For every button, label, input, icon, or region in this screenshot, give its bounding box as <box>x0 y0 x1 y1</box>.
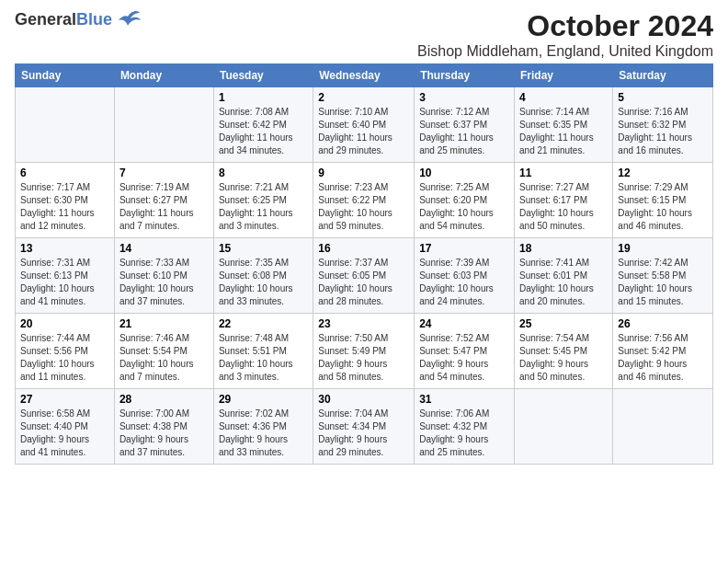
day-info: Sunrise: 7:44 AM Sunset: 5:56 PM Dayligh… <box>20 332 109 384</box>
logo-text: GeneralBlue <box>15 10 112 29</box>
day-number: 27 <box>20 393 109 406</box>
day-number: 25 <box>519 317 608 330</box>
calendar-cell: 17Sunrise: 7:39 AM Sunset: 6:03 PM Dayli… <box>415 238 515 314</box>
logo: GeneralBlue <box>15 9 142 29</box>
day-number: 10 <box>419 167 509 179</box>
day-info: Sunrise: 7:50 AM Sunset: 5:49 PM Dayligh… <box>318 332 409 384</box>
day-number: 13 <box>20 242 109 255</box>
calendar-cell: 21Sunrise: 7:46 AM Sunset: 5:54 PM Dayli… <box>114 314 213 389</box>
logo-blue: Blue <box>76 10 112 29</box>
day-info: Sunrise: 7:31 AM Sunset: 6:13 PM Dayligh… <box>20 257 109 308</box>
day-number: 23 <box>318 317 409 330</box>
day-info: Sunrise: 7:29 AM Sunset: 6:15 PM Dayligh… <box>618 181 708 233</box>
calendar-cell: 9Sunrise: 7:23 AM Sunset: 6:22 PM Daylig… <box>313 163 415 238</box>
day-header-monday: Monday <box>114 64 213 87</box>
day-number: 7 <box>119 167 209 179</box>
day-info: Sunrise: 7:02 AM Sunset: 4:36 PM Dayligh… <box>219 408 308 459</box>
month-title: October 2024 <box>417 9 713 43</box>
day-info: Sunrise: 7:21 AM Sunset: 6:25 PM Dayligh… <box>219 181 308 233</box>
page: GeneralBlue October 2024 Bishop Middleha… <box>0 0 728 474</box>
calendar-cell: 27Sunrise: 6:58 AM Sunset: 4:40 PM Dayli… <box>16 389 115 465</box>
calendar-cell: 25Sunrise: 7:54 AM Sunset: 5:45 PM Dayli… <box>515 314 613 389</box>
calendar-cell: 29Sunrise: 7:02 AM Sunset: 4:36 PM Dayli… <box>213 389 313 465</box>
day-number: 26 <box>618 317 708 330</box>
calendar-cell: 23Sunrise: 7:50 AM Sunset: 5:49 PM Dayli… <box>313 314 415 389</box>
header: GeneralBlue October 2024 Bishop Middleha… <box>15 9 713 60</box>
day-number: 3 <box>419 91 509 104</box>
day-number: 4 <box>519 91 608 104</box>
calendar-week-row: 1Sunrise: 7:08 AM Sunset: 6:42 PM Daylig… <box>16 87 713 163</box>
calendar-header-row: SundayMondayTuesdayWednesdayThursdayFrid… <box>16 64 713 87</box>
calendar-cell: 2Sunrise: 7:10 AM Sunset: 6:40 PM Daylig… <box>313 87 415 163</box>
calendar-cell: 20Sunrise: 7:44 AM Sunset: 5:56 PM Dayli… <box>16 314 115 389</box>
day-info: Sunrise: 7:54 AM Sunset: 5:45 PM Dayligh… <box>519 332 608 384</box>
day-number: 16 <box>318 242 409 255</box>
day-info: Sunrise: 7:19 AM Sunset: 6:27 PM Dayligh… <box>119 181 209 233</box>
calendar-week-row: 13Sunrise: 7:31 AM Sunset: 6:13 PM Dayli… <box>16 238 713 314</box>
calendar-cell: 26Sunrise: 7:56 AM Sunset: 5:42 PM Dayli… <box>613 314 713 389</box>
day-number: 29 <box>219 393 308 406</box>
day-header-friday: Friday <box>515 64 613 87</box>
day-info: Sunrise: 7:04 AM Sunset: 4:34 PM Dayligh… <box>318 408 409 459</box>
calendar-cell: 7Sunrise: 7:19 AM Sunset: 6:27 PM Daylig… <box>114 163 213 238</box>
calendar-cell: 22Sunrise: 7:48 AM Sunset: 5:51 PM Dayli… <box>213 314 313 389</box>
title-block: October 2024 Bishop Middleham, England, … <box>417 9 713 60</box>
day-number: 24 <box>419 317 509 330</box>
day-number: 14 <box>119 242 209 255</box>
day-number: 28 <box>119 393 209 406</box>
day-number: 21 <box>119 317 209 330</box>
day-info: Sunrise: 6:58 AM Sunset: 4:40 PM Dayligh… <box>20 408 109 459</box>
day-info: Sunrise: 7:17 AM Sunset: 6:30 PM Dayligh… <box>20 181 109 233</box>
day-info: Sunrise: 7:23 AM Sunset: 6:22 PM Dayligh… <box>318 181 409 233</box>
calendar-cell: 28Sunrise: 7:00 AM Sunset: 4:38 PM Dayli… <box>114 389 213 465</box>
calendar-cell: 24Sunrise: 7:52 AM Sunset: 5:47 PM Dayli… <box>415 314 515 389</box>
calendar-cell <box>114 87 213 163</box>
day-info: Sunrise: 7:27 AM Sunset: 6:17 PM Dayligh… <box>519 181 608 233</box>
day-number: 9 <box>318 167 409 179</box>
day-info: Sunrise: 7:06 AM Sunset: 4:32 PM Dayligh… <box>419 408 509 459</box>
day-info: Sunrise: 7:42 AM Sunset: 5:58 PM Dayligh… <box>618 257 708 308</box>
calendar-cell <box>515 389 613 465</box>
day-info: Sunrise: 7:00 AM Sunset: 4:38 PM Dayligh… <box>119 408 209 459</box>
calendar-cell: 14Sunrise: 7:33 AM Sunset: 6:10 PM Dayli… <box>114 238 213 314</box>
day-info: Sunrise: 7:33 AM Sunset: 6:10 PM Dayligh… <box>119 257 209 308</box>
day-info: Sunrise: 7:37 AM Sunset: 6:05 PM Dayligh… <box>318 257 409 308</box>
day-number: 1 <box>219 91 308 104</box>
day-number: 15 <box>219 242 308 255</box>
day-number: 6 <box>20 167 109 179</box>
day-number: 17 <box>419 242 509 255</box>
day-number: 20 <box>20 317 109 330</box>
logo-bird-icon <box>114 9 142 29</box>
day-number: 2 <box>318 91 409 104</box>
day-info: Sunrise: 7:10 AM Sunset: 6:40 PM Dayligh… <box>318 106 409 157</box>
day-number: 11 <box>519 167 608 179</box>
day-header-sunday: Sunday <box>16 64 115 87</box>
calendar-table: SundayMondayTuesdayWednesdayThursdayFrid… <box>15 63 713 465</box>
calendar-cell: 10Sunrise: 7:25 AM Sunset: 6:20 PM Dayli… <box>415 163 515 238</box>
day-header-tuesday: Tuesday <box>213 64 313 87</box>
calendar-cell <box>613 389 713 465</box>
day-info: Sunrise: 7:41 AM Sunset: 6:01 PM Dayligh… <box>519 257 608 308</box>
logo-general: General <box>15 10 76 29</box>
day-number: 22 <box>219 317 308 330</box>
day-info: Sunrise: 7:14 AM Sunset: 6:35 PM Dayligh… <box>519 106 608 157</box>
day-number: 30 <box>318 393 409 406</box>
day-info: Sunrise: 7:56 AM Sunset: 5:42 PM Dayligh… <box>618 332 708 384</box>
day-info: Sunrise: 7:16 AM Sunset: 6:32 PM Dayligh… <box>618 106 708 157</box>
day-number: 12 <box>618 167 708 179</box>
day-number: 18 <box>519 242 608 255</box>
day-info: Sunrise: 7:46 AM Sunset: 5:54 PM Dayligh… <box>119 332 209 384</box>
calendar-cell: 4Sunrise: 7:14 AM Sunset: 6:35 PM Daylig… <box>515 87 613 163</box>
day-header-wednesday: Wednesday <box>313 64 415 87</box>
calendar-cell: 30Sunrise: 7:04 AM Sunset: 4:34 PM Dayli… <box>313 389 415 465</box>
calendar-cell: 3Sunrise: 7:12 AM Sunset: 6:37 PM Daylig… <box>415 87 515 163</box>
calendar-cell: 31Sunrise: 7:06 AM Sunset: 4:32 PM Dayli… <box>415 389 515 465</box>
calendar-cell: 16Sunrise: 7:37 AM Sunset: 6:05 PM Dayli… <box>313 238 415 314</box>
calendar-cell: 6Sunrise: 7:17 AM Sunset: 6:30 PM Daylig… <box>16 163 115 238</box>
calendar-cell: 18Sunrise: 7:41 AM Sunset: 6:01 PM Dayli… <box>515 238 613 314</box>
day-number: 19 <box>618 242 708 255</box>
day-info: Sunrise: 7:12 AM Sunset: 6:37 PM Dayligh… <box>419 106 509 157</box>
calendar-cell: 12Sunrise: 7:29 AM Sunset: 6:15 PM Dayli… <box>613 163 713 238</box>
day-info: Sunrise: 7:25 AM Sunset: 6:20 PM Dayligh… <box>419 181 509 233</box>
calendar-cell: 11Sunrise: 7:27 AM Sunset: 6:17 PM Dayli… <box>515 163 613 238</box>
